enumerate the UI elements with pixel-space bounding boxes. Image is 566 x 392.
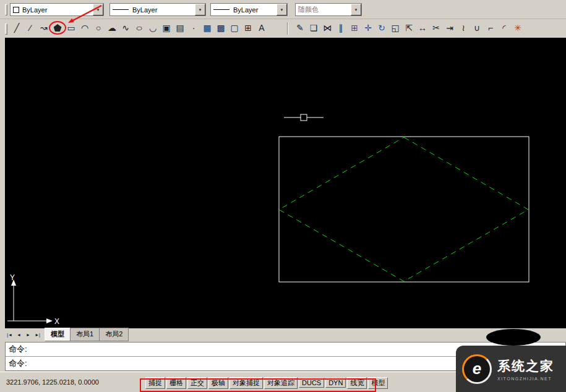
insert-block-icon[interactable]: ▣ (160, 22, 173, 34)
fillet-icon[interactable]: ◜ (497, 22, 511, 34)
toggle-lineweight[interactable]: 线宽 (347, 377, 367, 389)
lineweight-dropdown-arrow-icon[interactable]: ▼ (277, 4, 287, 15)
drawn-rectangle[interactable] (279, 137, 529, 282)
drawing-canvas[interactable]: Y X (5, 38, 566, 328)
color-value: ByLayer (22, 6, 47, 14)
join-icon[interactable]: ∪ (470, 22, 484, 34)
watermark: e 系统之家 XITONGZHIJIA.NET (456, 346, 566, 392)
linetype-combobox[interactable]: ByLayer ▼ (109, 3, 206, 16)
linetype-preview (113, 9, 129, 10)
toolbar-separator (287, 22, 288, 35)
watermark-logo-letter: e (473, 359, 481, 378)
rectangle-icon[interactable]: ▭ (64, 22, 78, 34)
previous-tab-button[interactable]: ◄ (14, 330, 24, 340)
move-icon[interactable]: ✛ (361, 22, 375, 34)
ucs-x-label: X (54, 317, 59, 326)
toggle-dyn[interactable]: DYN (325, 378, 346, 388)
lineweight-value: ByLayer (233, 6, 258, 14)
revision-cloud-icon[interactable]: ☁ (105, 22, 119, 34)
draw-modify-toolbar: ╱∕↝▭◠○☁∿○◡▣▤·▦▩▢⊞A ✎❏⋈∥⊞✛↻◱⇱↔✂⇥≀∪⌐◜✳ (0, 19, 566, 38)
ucs-icon: Y X (7, 273, 59, 326)
polygon-icon[interactable] (51, 22, 64, 34)
modify-toolbar-group: ✎❏⋈∥⊞✛↻◱⇱↔✂⇥≀∪⌐◜✳ (293, 22, 525, 34)
plot-style-combobox[interactable]: 随颜色 ▼ (295, 3, 362, 16)
color-combobox[interactable]: ByLayer ▼ (10, 3, 104, 16)
layout-tabs: 模型布局1布局2 (45, 328, 128, 341)
construction-line-icon[interactable]: ∕ (24, 22, 37, 34)
break-icon[interactable]: ≀ (457, 22, 470, 34)
tab-model[interactable]: 模型 (45, 328, 71, 341)
draw-toolbar-group: ╱∕↝▭◠○☁∿○◡▣▤·▦▩▢⊞A (10, 22, 268, 34)
line-icon[interactable]: ╱ (10, 22, 24, 34)
explode-icon[interactable]: ✳ (511, 22, 525, 34)
polyline-icon[interactable]: ↝ (37, 22, 51, 34)
coordinates-display[interactable]: 3221.9706, 1225.0218, 0.0000 (6, 378, 99, 386)
drawn-diamond[interactable] (279, 137, 528, 281)
next-tab-button[interactable]: ► (24, 330, 33, 340)
toggle-ortho[interactable]: 正交 (187, 377, 207, 389)
rotate-icon[interactable]: ↻ (375, 22, 388, 34)
table-icon[interactable]: ⊞ (241, 22, 255, 34)
plot-style-value: 随颜色 (298, 5, 319, 14)
circle-icon[interactable]: ○ (92, 22, 105, 34)
point-icon[interactable]: · (187, 22, 200, 34)
watermark-texts: 系统之家 XITONGZHIJIA.NET (497, 357, 554, 381)
region-icon[interactable]: ▢ (228, 22, 241, 34)
color-swatch (13, 7, 19, 13)
stretch-icon[interactable]: ⇱ (402, 22, 416, 34)
mirror-icon[interactable]: ⋈ (320, 22, 334, 34)
array-icon[interactable]: ⊞ (348, 22, 361, 34)
scale-icon[interactable]: ◱ (388, 22, 402, 34)
ellipse-arc-icon[interactable]: ◡ (146, 22, 160, 34)
gradient-icon[interactable]: ▩ (214, 22, 228, 34)
ucs-y-label: Y (10, 273, 15, 282)
tab-navigation: |◄◄►►| (5, 330, 42, 340)
hatch-icon[interactable]: ▦ (200, 22, 214, 34)
toolbar-grip[interactable] (5, 23, 7, 35)
watermark-logo-icon: e (462, 354, 492, 384)
arc-icon[interactable]: ◠ (78, 22, 92, 34)
toggle-model[interactable]: 模型 (368, 377, 388, 389)
lineweight-preview (213, 9, 229, 10)
extend-icon[interactable]: ⇥ (443, 22, 457, 34)
tab-layout1[interactable]: 布局1 (70, 328, 100, 341)
linetype-value: ByLayer (132, 6, 157, 14)
tab-layout2[interactable]: 布局2 (99, 328, 129, 341)
copy-icon[interactable]: ❏ (307, 22, 320, 34)
toggle-snap[interactable]: 捕捉 (145, 377, 165, 389)
multiline-text-icon[interactable]: A (255, 22, 268, 34)
offset-icon[interactable]: ∥ (334, 22, 348, 34)
trim-icon[interactable]: ✂ (429, 22, 443, 34)
toolbar-grip[interactable] (5, 4, 7, 15)
layout-tab-bar: |◄◄►►| 模型布局1布局2 (5, 328, 566, 341)
crosshair-cursor (284, 114, 324, 121)
chamfer-icon[interactable]: ⌐ (484, 22, 497, 34)
first-tab-button[interactable]: |◄ (5, 330, 14, 340)
watermark-title: 系统之家 (497, 357, 554, 375)
toggle-grid[interactable]: 栅格 (166, 377, 186, 389)
watermark-blob (486, 329, 541, 346)
make-block-icon[interactable]: ▤ (173, 22, 187, 34)
lineweight-combobox[interactable]: ByLayer ▼ (210, 3, 288, 16)
color-dropdown-arrow-icon[interactable]: ▼ (93, 4, 103, 15)
status-toggle-group: 捕捉栅格正交极轴对象捕捉对象追踪DUCSDYN线宽模型 (145, 377, 388, 389)
linetype-dropdown-arrow-icon[interactable]: ▼ (195, 4, 205, 15)
plot-style-dropdown-arrow-icon[interactable]: ▼ (351, 4, 361, 15)
watermark-subtitle: XITONGZHIJIA.NET (497, 377, 554, 381)
properties-toolbar: ByLayer ▼ ByLayer ▼ ByLayer ▼ 随颜色 ▼ (0, 0, 566, 19)
toggle-polar[interactable]: 极轴 (208, 377, 228, 389)
last-tab-button[interactable]: ►| (33, 330, 42, 340)
lengthen-icon[interactable]: ↔ (416, 22, 429, 34)
toggle-otrack[interactable]: 对象追踪 (264, 377, 298, 389)
erase-icon[interactable]: ✎ (293, 22, 307, 34)
toggle-ducs[interactable]: DUCS (299, 378, 324, 388)
toggle-osnap[interactable]: 对象捕捉 (229, 377, 263, 389)
autocad-window: ByLayer ▼ ByLayer ▼ ByLayer ▼ 随颜色 ▼ ╱∕↝▭… (0, 0, 566, 392)
